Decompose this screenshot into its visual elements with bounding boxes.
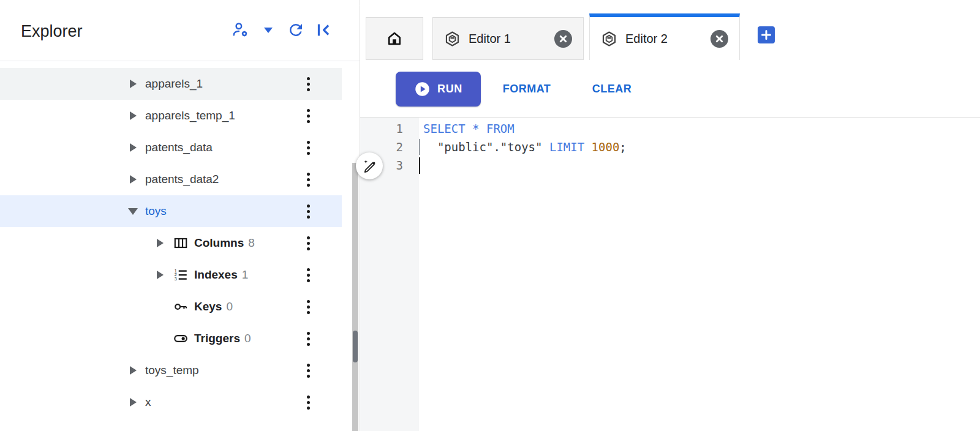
tree-item-label: toys — [145, 204, 167, 218]
dropdown-caret-icon[interactable] — [259, 21, 277, 39]
kebab-menu-button[interactable] — [302, 100, 314, 132]
tree-row[interactable]: patents_data2 — [0, 163, 342, 195]
editor-hexagon-icon — [601, 31, 617, 47]
kebab-menu-button[interactable] — [302, 195, 314, 227]
svg-text:3: 3 — [175, 277, 177, 281]
tree-item-label: patents_data — [145, 141, 213, 154]
kebab-menu-button[interactable] — [302, 259, 314, 291]
tree-item-label: Indexes — [194, 268, 238, 282]
columns-icon — [172, 235, 189, 251]
editor-toolbar: RUN FORMAT CLEAR — [360, 61, 980, 118]
sidebar-scrollbar-thumb[interactable] — [353, 331, 358, 362]
expand-arrow-icon[interactable] — [126, 172, 140, 187]
expand-arrow-icon — [153, 299, 167, 314]
tab-home[interactable] — [366, 17, 423, 60]
home-icon — [385, 29, 404, 48]
tree-item-label: x — [145, 395, 151, 409]
expand-arrow-icon[interactable] — [126, 395, 140, 410]
tree-item-count: 0 — [226, 300, 233, 313]
add-tab-button[interactable] — [758, 26, 775, 43]
sql-studio-app: Explorer — [0, 0, 980, 431]
tree-item-label: patents_data2 — [145, 173, 219, 186]
kebab-menu-button[interactable] — [302, 386, 314, 418]
tree-item-label: toys_temp — [145, 364, 199, 377]
kebab-menu-button[interactable] — [302, 291, 314, 323]
expand-arrow-icon[interactable] — [153, 236, 167, 250]
add-tab-icon — [761, 29, 772, 40]
tree-item-label: Triggers — [194, 332, 240, 345]
close-icon[interactable] — [554, 30, 572, 48]
tree-row[interactable]: toys_temp — [0, 354, 342, 386]
code-line[interactable] — [419, 156, 980, 174]
explorer-header: Explorer — [0, 0, 360, 61]
close-icon[interactable] — [710, 30, 728, 48]
kebab-menu-button[interactable] — [302, 227, 314, 259]
sidebar-scrollbar-track[interactable] — [352, 163, 358, 431]
statement-marker — [419, 139, 420, 155]
tree-item-label: Columns — [194, 236, 244, 250]
tab-bar: Editor 1 Editor 2 — [360, 0, 980, 61]
kebab-menu-button[interactable] — [302, 132, 314, 163]
refresh-icon[interactable] — [287, 21, 305, 39]
tree-item-count: 1 — [242, 268, 249, 282]
kebab-menu-button[interactable] — [302, 354, 314, 386]
keys-icon — [172, 299, 189, 315]
expand-arrow-icon[interactable] — [126, 204, 140, 219]
expand-arrow-icon[interactable] — [126, 363, 140, 378]
code-line[interactable]: "public"."toys" LIMIT 1000; — [419, 138, 980, 156]
clear-button[interactable]: CLEAR — [584, 72, 639, 107]
tree-row[interactable]: patents_data — [0, 132, 342, 163]
sql-editor[interactable]: 123 SELECT * FROM "public"."toys" LIMIT … — [360, 118, 980, 431]
tree-row[interactable]: Keys 0 — [0, 291, 342, 323]
tab-editor-2-active[interactable]: Editor 2 — [589, 13, 740, 60]
expand-arrow-icon — [153, 331, 167, 346]
explorer-panel: Explorer — [0, 0, 360, 431]
object-tree: apparels_1 apparels_temp_1 patents_data … — [0, 68, 360, 418]
tree-row[interactable]: toys — [0, 195, 342, 227]
format-button[interactable]: FORMAT — [496, 72, 557, 107]
kebab-menu-button[interactable] — [302, 323, 314, 354]
expand-arrow-icon[interactable] — [126, 77, 140, 91]
tab-editor-1[interactable]: Editor 1 — [432, 17, 584, 60]
triggers-icon — [172, 331, 189, 347]
magic-pencil-button[interactable] — [356, 152, 383, 179]
tree-row[interactable]: Triggers 0 — [0, 323, 342, 354]
indexes-icon: 123 — [172, 267, 189, 283]
tree-item-label: Keys — [194, 300, 222, 313]
tree-row[interactable]: Columns 8 — [0, 227, 342, 259]
tree-item-label: apparels_temp_1 — [145, 109, 235, 122]
tree-row[interactable]: x — [0, 386, 342, 418]
tree-item-count: 0 — [244, 332, 251, 345]
collapse-panel-icon[interactable] — [314, 21, 333, 39]
expand-arrow-icon[interactable] — [126, 108, 140, 123]
code-line[interactable]: SELECT * FROM — [419, 119, 980, 138]
run-button[interactable]: RUN — [396, 72, 481, 107]
editor-panel: Editor 1 Editor 2 — [360, 0, 980, 431]
kebab-menu-button[interactable] — [302, 163, 314, 195]
kebab-menu-button[interactable] — [302, 68, 314, 100]
code-content[interactable]: SELECT * FROM "public"."toys" LIMIT 1000… — [419, 118, 980, 431]
expand-arrow-icon[interactable] — [153, 268, 167, 282]
play-icon — [414, 81, 431, 97]
magic-pencil-icon — [362, 159, 377, 173]
explorer-title: Explorer — [21, 22, 83, 41]
tree-row[interactable]: 123 Indexes 1 — [0, 259, 342, 291]
tab-label: Editor 1 — [469, 32, 546, 46]
tree-row[interactable]: apparels_1 — [0, 68, 342, 100]
line-number: 1 — [360, 119, 419, 138]
tab-label: Editor 2 — [625, 32, 703, 46]
text-cursor — [419, 157, 420, 174]
tree-row[interactable]: apparels_temp_1 — [0, 100, 342, 132]
editor-hexagon-icon — [444, 31, 461, 47]
manage-accounts-icon[interactable] — [232, 21, 250, 39]
expand-arrow-icon[interactable] — [126, 140, 140, 155]
tree-item-label: apparels_1 — [145, 77, 203, 91]
tree-item-count: 8 — [248, 236, 255, 250]
